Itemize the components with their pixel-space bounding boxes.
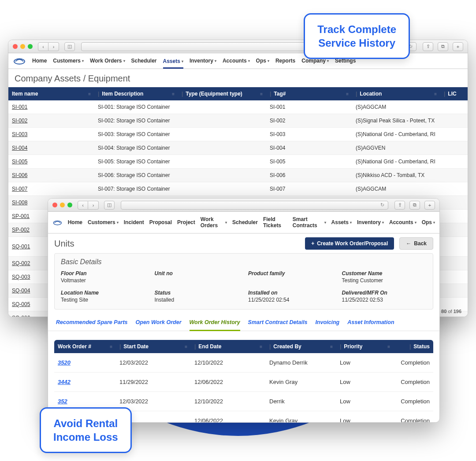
col-end[interactable]: End Date xyxy=(198,343,221,350)
nav-assets[interactable]: Assets▾ xyxy=(331,218,352,227)
table-row[interactable]: 344211/29/202212/06/2022Kevin GrayLowCom… xyxy=(54,372,433,392)
tab-asset-information[interactable]: Asset Information xyxy=(347,317,394,331)
nav-reports[interactable]: Reports xyxy=(275,56,295,66)
col-tag[interactable]: Tag# xyxy=(274,91,286,97)
asset-link[interactable]: SI-003 xyxy=(12,131,27,137)
col-location[interactable]: Location xyxy=(360,91,382,97)
work-order-link[interactable]: 3520 xyxy=(58,359,71,366)
col-status[interactable]: Status xyxy=(413,343,430,350)
new-tab-icon[interactable]: + xyxy=(453,42,463,51)
asset-link[interactable]: SQ-001 xyxy=(12,243,30,250)
col-type[interactable]: Type (Equipment type) xyxy=(186,91,242,97)
callout-top-text: Track Complete Service History xyxy=(317,23,396,49)
asset-link[interactable]: SQ-003 xyxy=(12,274,30,280)
asset-link[interactable]: SI-001 xyxy=(12,104,27,110)
chevron-down-icon: ▾ xyxy=(117,221,119,225)
tab-open-work-order[interactable]: Open Work Order xyxy=(136,317,182,331)
nav-ops[interactable]: Ops▾ xyxy=(256,56,269,66)
back-arrow-icon[interactable]: ‹ xyxy=(38,42,48,51)
assets-table-header: Item name≡ |Item Description≡ |Type (Equ… xyxy=(8,87,468,100)
col-wo-num[interactable]: Work Order # xyxy=(58,343,91,350)
table-row[interactable]: SI-003SI-003: Storage ISO ContainerSI-00… xyxy=(8,128,468,141)
nav-work-orders[interactable]: Work Orders▾ xyxy=(90,56,125,66)
work-order-link[interactable]: 352 xyxy=(58,398,67,405)
chevron-down-icon: ▾ xyxy=(327,59,329,63)
detail-status: StatusInstalled xyxy=(155,290,240,303)
nav-incident[interactable]: Incident xyxy=(124,218,144,227)
nav-proposal[interactable]: Proposal xyxy=(149,218,172,227)
work-order-link[interactable]: 3442 xyxy=(58,379,71,385)
new-tab-icon[interactable]: + xyxy=(424,201,435,210)
nav-field-tickets[interactable]: Field Tickets xyxy=(263,214,287,230)
nav-assets[interactable]: Assets▾ xyxy=(163,56,183,69)
url-bar[interactable]: ↻ xyxy=(121,201,388,210)
chevron-down-icon: ▾ xyxy=(324,221,326,225)
table-row[interactable]: SI-001SI-001: Storage ISO ContainerSI-00… xyxy=(8,100,468,114)
minimize-icon[interactable] xyxy=(20,44,25,49)
share-icon[interactable]: ⇪ xyxy=(423,42,433,51)
asset-link[interactable]: SP-002 xyxy=(12,227,30,233)
minimize-icon[interactable] xyxy=(60,203,65,207)
maximize-icon[interactable] xyxy=(67,203,72,207)
table-row[interactable]: SI-006SI-006: Storage ISO ContainerSI-00… xyxy=(8,169,468,182)
nav-smart-contracts[interactable]: Smart Contracts▾ xyxy=(293,214,326,230)
table-row[interactable]: SI-004SI-004: Storage ISO ContainerSI-00… xyxy=(8,141,468,155)
tabs-icon[interactable]: ⧉ xyxy=(409,201,420,210)
asset-link[interactable]: SQ-002 xyxy=(12,260,30,266)
back-arrow-icon[interactable]: ‹ xyxy=(78,201,88,210)
table-row[interactable]: SI-002SI-002: Storage ISO ContainerSI-00… xyxy=(8,114,468,128)
asset-link[interactable]: SI-008 xyxy=(12,199,27,206)
nav-ops[interactable]: Ops▾ xyxy=(422,218,435,227)
table-row[interactable]: SI-005SI-005: Storage ISO ContainerSI-00… xyxy=(8,155,468,169)
tab-smart-contract-details[interactable]: Smart Contract Details xyxy=(248,317,308,331)
nav-home[interactable]: Home xyxy=(32,56,47,66)
nav-customers[interactable]: Customers▾ xyxy=(53,56,84,66)
tab-invoicing[interactable]: Invoicing xyxy=(315,317,339,331)
share-icon[interactable]: ⇪ xyxy=(394,201,405,210)
close-icon[interactable] xyxy=(52,203,57,207)
asset-link[interactable]: SQ-005 xyxy=(12,301,30,307)
nav-scheduler[interactable]: Scheduler xyxy=(232,218,258,227)
tab-recommended-spare-parts[interactable]: Recommended Spare Parts xyxy=(56,317,128,331)
asset-link[interactable]: SI-004 xyxy=(12,145,27,151)
asset-link[interactable]: SI-002 xyxy=(12,118,27,124)
titlebar: ‹ › ◫ ↻ ⇪ ⧉ + xyxy=(48,199,439,212)
col-item-name[interactable]: Item name xyxy=(12,91,38,97)
asset-link[interactable]: SI-005 xyxy=(12,159,27,165)
col-start[interactable]: Start Date xyxy=(123,343,149,350)
col-priority[interactable]: Priority xyxy=(344,343,362,350)
nav-accounts[interactable]: Accounts▾ xyxy=(389,218,416,227)
asset-link[interactable]: SQ-004 xyxy=(12,288,30,294)
nav-home[interactable]: Home xyxy=(68,218,82,227)
chevron-down-icon: ▾ xyxy=(382,221,384,225)
nav-inventory[interactable]: Inventory▾ xyxy=(190,56,216,66)
nav-work-orders[interactable]: Work Orders▾ xyxy=(201,214,227,230)
nav-scheduler[interactable]: Scheduler xyxy=(131,56,157,66)
forward-arrow-icon[interactable]: › xyxy=(48,42,59,51)
col-lic[interactable]: LIC xyxy=(448,91,456,97)
table-row[interactable]: 352012/03/202212/10/2022Dynamo DerrikLow… xyxy=(54,353,433,372)
table-row[interactable]: SI-007SI-007: Storage ISO ContainerSI-00… xyxy=(8,182,468,196)
create-work-order-button[interactable]: + Create Work Order/Proposal xyxy=(305,237,394,250)
chevron-down-icon: ▾ xyxy=(433,221,435,225)
sidebar-toggle-icon[interactable]: ◫ xyxy=(64,42,75,51)
tab-work-order-history[interactable]: Work Order History xyxy=(190,317,240,331)
app-logo[interactable] xyxy=(13,56,26,66)
close-icon[interactable] xyxy=(13,44,18,49)
nav-project[interactable]: Project xyxy=(177,218,195,227)
nav-customers[interactable]: Customers▾ xyxy=(88,218,119,227)
asset-link[interactable]: SI-006 xyxy=(12,172,27,178)
nav-inventory[interactable]: Inventory▾ xyxy=(357,218,384,227)
col-created-by[interactable]: Created By xyxy=(273,343,301,350)
nav-accounts[interactable]: Accounts▾ xyxy=(223,56,250,66)
asset-link[interactable]: SQ-006 xyxy=(12,315,30,317)
tabs-icon[interactable]: ⧉ xyxy=(438,42,448,51)
forward-arrow-icon[interactable]: › xyxy=(88,201,99,210)
back-button[interactable]: ← Back xyxy=(399,237,433,250)
asset-link[interactable]: SI-007 xyxy=(12,186,27,192)
maximize-icon[interactable] xyxy=(28,44,33,49)
col-item-desc[interactable]: Item Description xyxy=(102,91,143,97)
sidebar-toggle-icon[interactable]: ◫ xyxy=(104,201,115,210)
app-logo[interactable] xyxy=(52,218,63,227)
asset-link[interactable]: SP-001 xyxy=(12,213,30,219)
